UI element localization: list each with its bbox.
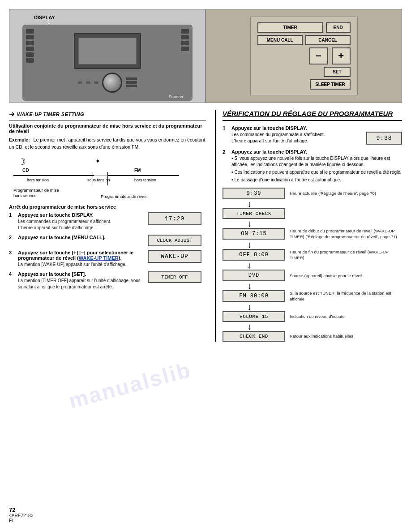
right-step-1-content: Appuyez sur la touche DISPLAY. Les comma… xyxy=(231,125,402,145)
display-sequence: 9:39 Heure actuelle ('Réglage de l'heure… xyxy=(223,188,402,342)
left-step-1: 1 Appuyez sur la touche DISPLAY. Les com… xyxy=(9,212,206,231)
seq-row-2: ON 7:15 Heure de début du programmateur … xyxy=(223,228,402,240)
seq-lcd-2: ON 7:15 xyxy=(223,228,285,240)
seq-note-4: Source (appareil) choisie pour le réveil xyxy=(290,273,402,279)
sleep-timer-button[interactable]: SLEEP TIMER xyxy=(310,79,351,90)
step-2-lcd-area: CLOCK ADJUST xyxy=(148,235,206,246)
seq-arrow-0: ↓ xyxy=(247,199,252,208)
step-3-content: Appuyez sur la touche [+] [–] pour sélec… xyxy=(18,250,145,268)
right-step-1-lcd: 9:38 xyxy=(366,132,402,145)
minus-button[interactable]: − xyxy=(309,47,328,64)
step-3-main: Appuyez sur la touche [+] [–] pour sélec… xyxy=(18,250,145,261)
menu-call-button[interactable]: MENU CALL xyxy=(257,35,303,45)
right-step-2-bullet-1: •Ces indications ne peuvent apparaître q… xyxy=(231,169,402,176)
page-code: <ARE7218> xyxy=(9,513,34,518)
step-4-number: 4 xyxy=(9,271,15,290)
cancel-button[interactable]: CANCEL xyxy=(305,35,351,45)
page: DISPLAY xyxy=(0,0,411,532)
step-1-detail-1: L'heure apparaît sur l'unité d'affichage… xyxy=(18,225,145,231)
step-3-lcd-area: WAKE-UP xyxy=(148,250,206,268)
seq-note-3: Heure de fin du programmateur de réveil … xyxy=(290,249,402,261)
seq-note-7: Retour aux indications habituelles xyxy=(290,333,402,339)
seq-row-7: CHECK END Retour aux indications habitue… xyxy=(223,331,402,342)
watermark: manualslib xyxy=(66,357,194,414)
example-block: Exemple: Le premier met l'appareil hors … xyxy=(9,137,206,151)
wake-up-timer-highlight: WAKE-UP TIMER xyxy=(79,255,119,261)
seq-lcd-3: OFF 8:00 xyxy=(223,249,285,261)
page-lang: Fr xyxy=(9,518,34,523)
timer-button[interactable]: TIMER xyxy=(257,22,323,33)
hors-tension-2: hors tension xyxy=(134,178,156,182)
right-step-2-bullet-0: •Si vous appuyez une nouvelle fois sur l… xyxy=(231,155,402,168)
right-step-2: 2 Appuyez sur la touche DISPLAY. •Si vou… xyxy=(223,149,402,183)
seq-note-5: Si la source est TUNER, la fréquence de … xyxy=(290,290,402,302)
right-step-1: 1 Appuyez sur la touche DISPLAY. Les com… xyxy=(223,125,402,145)
arret-title: Arrêt du programmateur de mise hors serv… xyxy=(9,204,206,210)
set-button[interactable]: SET xyxy=(324,67,350,77)
seq-lcd-7: CHECK END xyxy=(223,331,285,342)
seq-row-1: TIMER CHECK xyxy=(223,208,402,219)
left-step-3: 3 Appuyez sur la touche [+] [–] pour sél… xyxy=(9,250,206,268)
sun-icon: ✦ xyxy=(95,157,101,165)
seq-arrow-6: ↓ xyxy=(247,322,252,331)
right-step-1-detail-1: L'heure apparaît sur l'unité d'affichage… xyxy=(231,138,325,144)
seq-row-4: DVD Source (appareil) choisie pour le ré… xyxy=(223,270,402,281)
step-2-lcd: CLOCK ADJUST xyxy=(148,235,201,246)
step-4-detail: La mention [TIMER OFF] apparaît sur l'un… xyxy=(18,278,145,290)
top-images-section: DISPLAY xyxy=(9,9,402,103)
left-step-4: 4 Appuyez sur la touche [SET]. La mentio… xyxy=(9,271,206,290)
left-section-header: ➜ WAKE-UP TIMER SETTING xyxy=(9,110,206,120)
seq-arrow-1: ↓ xyxy=(247,219,252,228)
seq-lcd-1: TIMER CHECK xyxy=(223,208,285,219)
step-3-lcd: WAKE-UP xyxy=(148,250,201,263)
example-label: Exemple: xyxy=(9,137,30,142)
display-label: DISPLAY xyxy=(34,15,55,20)
plus-button[interactable]: + xyxy=(332,47,351,64)
step-4-content: Appuyez sur la touche [SET]. La mention … xyxy=(18,271,145,290)
step-3-number: 3 xyxy=(9,250,15,268)
verification-title: VÉRIFICATION DU RÉGLAGE DU PROGRAMMATEUR xyxy=(223,110,402,121)
right-step-1-detail-0: Les commandes du programmateur s'affiche… xyxy=(231,132,325,138)
moon-icon: ☽ xyxy=(18,156,26,167)
seq-note-6: Indication du niveau d'écoute xyxy=(290,313,402,319)
left-column: ➜ WAKE-UP TIMER SETTING Utilisation conj… xyxy=(9,110,206,342)
seq-arrow-5: ↓ xyxy=(247,302,252,311)
step-1-number: 1 xyxy=(9,212,15,231)
caption-reveil: Programmateur de réveil xyxy=(101,194,148,199)
left-step-2: 2 Appuyez sur la touche [MENU CALL]. CLO… xyxy=(9,235,206,246)
seq-row-5: FM 80:00 Si la source est TUNER, la fréq… xyxy=(223,290,402,302)
seq-row-3: OFF 8:00 Heure de fin du programmateur d… xyxy=(223,249,402,261)
fm-label: FM xyxy=(134,168,141,173)
right-step-2-number: 2 xyxy=(223,149,229,183)
remote-panel: TIMER END MENU CALL CANCEL − + SET xyxy=(206,9,402,103)
step-3-detail: La mention [WAKE-UP] apparaît sur l'unit… xyxy=(18,262,145,268)
step-2-content: Appuyez sur la touche [MENU CALL]. xyxy=(18,235,145,246)
example-content: Le premier met l'appareil hors service t… xyxy=(9,137,205,150)
caption-mise-hors: Programmateur de mise hors service xyxy=(13,188,67,199)
diagram-area: ☽ ✦ CD FM hors tension sous tension hors xyxy=(9,156,206,199)
seq-lcd-6: VOLUME 15 xyxy=(223,311,285,322)
step-4-lcd-area: TIMER OFF xyxy=(148,271,206,290)
right-step-2-bullet-2: •Le passage d'une indication à l'autre e… xyxy=(231,177,402,183)
arrow-icon: ➜ xyxy=(9,110,15,118)
seq-note-2: Heure de début du programmateur de révei… xyxy=(290,228,402,240)
content-area: ➜ WAKE-UP TIMER SETTING Utilisation conj… xyxy=(9,110,402,342)
end-button[interactable]: END xyxy=(326,22,351,33)
device-photo: DISPLAY xyxy=(9,9,206,103)
page-number: 72 xyxy=(9,506,34,513)
step-2-number: 2 xyxy=(9,235,15,246)
page-footer: 72 <ARE7218> Fr xyxy=(9,506,34,523)
right-step-2-main: Appuyez sur la touche DISPLAY. xyxy=(231,149,402,154)
seq-row-6: VOLUME 15 Indication du niveau d'écoute xyxy=(223,311,402,322)
cd-label: CD xyxy=(22,168,29,173)
wake-up-timer-title: WAKE-UP TIMER SETTING xyxy=(17,112,84,117)
arret-section: Arrêt du programmateur de mise hors serv… xyxy=(9,204,206,290)
seq-lcd-5: FM 80:00 xyxy=(223,290,285,302)
step-1-content: Appuyez sur la touche DISPLAY. Les comma… xyxy=(18,212,145,231)
seq-lcd-4: DVD xyxy=(223,270,285,281)
seq-arrow-4: ↓ xyxy=(247,281,252,290)
seq-row-0: 9:39 Heure actuelle ('Réglage de l'heure… xyxy=(223,188,402,199)
utilisation-title: Utilisation conjointe du programmateur d… xyxy=(9,123,206,134)
seq-note-0: Heure actuelle ('Réglage de l'heure', pa… xyxy=(290,190,402,196)
hors-tension-1: hors tension xyxy=(27,178,49,182)
